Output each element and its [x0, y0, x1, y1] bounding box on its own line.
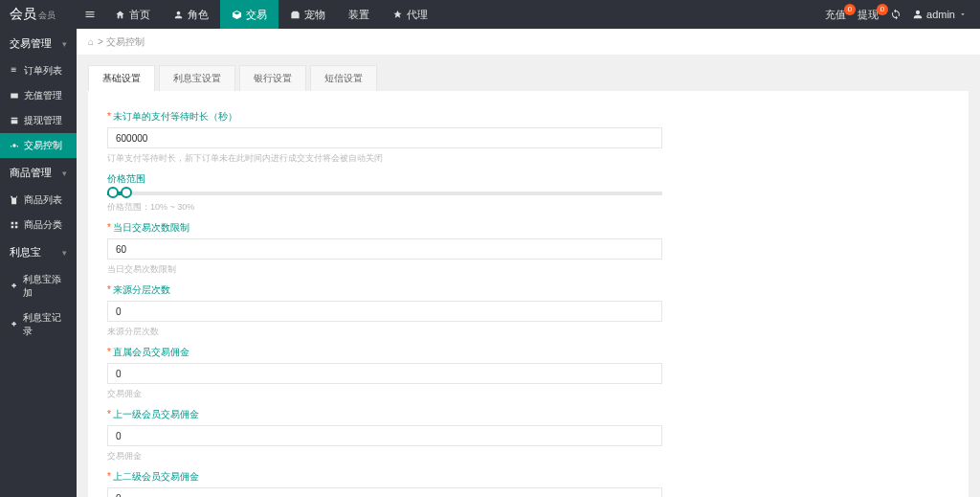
slider-handle-max[interactable]: [121, 187, 132, 198]
sidebar-icon: [10, 220, 19, 230]
input-f6[interactable]: [107, 487, 662, 497]
breadcrumb-page: 交易控制: [106, 35, 145, 49]
sidebar-icon: [10, 66, 19, 76]
slider-price-range: 价格范围 价格范围：10% ~ 30%: [107, 172, 949, 214]
content: ⌂ > 交易控制 基础设置利息宝设置银行设置短信设置 *未订单的支付等待时长（秒…: [77, 29, 980, 497]
tab-1[interactable]: 利息宝设置: [159, 65, 235, 91]
brand-main: 会员: [10, 6, 36, 23]
nav-icon: [290, 10, 301, 20]
brand: 会员 会员: [0, 6, 77, 23]
refresh-icon[interactable]: [890, 9, 902, 20]
form-label: *未订单的支付等待时长（秒）: [107, 110, 949, 124]
form-label: *直属会员交易佣金: [107, 346, 949, 359]
top-link-recharge[interactable]: 充值 0: [825, 8, 846, 22]
form-help: 交易佣金: [107, 450, 949, 463]
sidebar-item-0-0[interactable]: 订单列表: [0, 58, 77, 83]
sidebar-icon: [10, 195, 19, 205]
badge-recharge: 0: [844, 4, 856, 15]
nav-icon: [392, 10, 403, 20]
menu-toggle[interactable]: [77, 0, 103, 29]
tab-0[interactable]: 基础设置: [88, 65, 155, 91]
nav-item-3[interactable]: 宠物: [278, 0, 337, 29]
nav-item-4[interactable]: 装置: [337, 0, 381, 29]
sidebar-icon: [10, 282, 18, 291]
nav-item-1[interactable]: 角色: [162, 0, 220, 29]
sidebar-group-0[interactable]: 交易管理▾: [0, 29, 77, 58]
breadcrumb-home-icon: ⌂: [88, 36, 94, 47]
top-nav: 首页角色交易宠物装置代理: [77, 0, 439, 29]
tabs: 基础设置利息宝设置银行设置短信设置: [77, 56, 980, 91]
form-help: 交易佣金: [107, 388, 949, 400]
sidebar-group-1[interactable]: 商品管理▾: [0, 158, 77, 188]
tab-3[interactable]: 短信设置: [310, 65, 377, 91]
sidebar-icon: [10, 141, 19, 150]
brand-sub: 会员: [38, 10, 56, 22]
form-row-f4: *直属会员交易佣金交易佣金: [107, 346, 949, 400]
form-label: *来源分层次数: [107, 283, 949, 297]
sidebar-item-0-2[interactable]: 提现管理: [0, 108, 77, 133]
chevron-down-icon: ▾: [62, 169, 67, 178]
nav-item-0[interactable]: 首页: [103, 0, 162, 29]
sidebar-item-1-0[interactable]: 商品列表: [0, 188, 77, 213]
input-f4[interactable]: [107, 363, 662, 384]
sidebar-item-0-3[interactable]: 交易控制: [0, 133, 77, 158]
form-help: 来源分层次数: [107, 326, 949, 338]
slider-handle-min[interactable]: [107, 187, 119, 198]
slider-caption: 价格范围：10% ~ 30%: [107, 201, 949, 214]
nav-icon: [115, 10, 125, 20]
sidebar-icon: [10, 91, 19, 101]
input-timeout[interactable]: [107, 127, 662, 148]
input-f2[interactable]: [107, 238, 662, 260]
form-row-f3: *来源分层次数来源分层次数: [107, 283, 949, 338]
sidebar-item-0-1[interactable]: 充值管理: [0, 83, 77, 108]
top-link-withdraw[interactable]: 提现 0: [858, 8, 879, 22]
nav-icon: [173, 10, 184, 20]
sidebar-icon: [10, 320, 18, 329]
nav-icon: [232, 10, 242, 20]
form-row-f5: *上一级会员交易佣金交易佣金: [107, 408, 949, 463]
sidebar-item-2-1[interactable]: 利息宝记录: [0, 305, 77, 344]
sidebar-item-2-0[interactable]: 利息宝添加: [0, 267, 77, 305]
badge-withdraw: 0: [877, 4, 888, 15]
nav-item-5[interactable]: 代理: [381, 0, 439, 29]
form-row-f6: *上二级会员交易佣金交易佣金: [107, 470, 949, 497]
slider-label: 价格范围: [107, 172, 949, 186]
tab-2[interactable]: 银行设置: [239, 65, 306, 91]
top-right: 充值 0 提现 0 admin: [825, 8, 980, 22]
form-label: *当日交易次数限制: [107, 221, 949, 235]
chevron-down-icon: ▾: [62, 39, 67, 49]
sidebar-icon: [10, 116, 19, 125]
form-row-f2: *当日交易次数限制当日交易次数限制: [107, 221, 949, 276]
slider-track[interactable]: [107, 192, 662, 195]
chevron-down-icon: ▾: [62, 248, 67, 258]
breadcrumb: ⌂ > 交易控制: [77, 29, 980, 56]
form-label: *上二级会员交易佣金: [107, 470, 949, 484]
top-bar: 会员 会员 首页角色交易宠物装置代理 充值 0 提现 0 admin: [0, 0, 980, 29]
input-f3[interactable]: [107, 301, 662, 322]
user-menu[interactable]: admin: [913, 9, 967, 20]
form-label: *上一级会员交易佣金: [107, 408, 949, 421]
chevron-down-icon: [959, 11, 967, 18]
form-help: 当日交易次数限制: [107, 263, 949, 276]
input-f5[interactable]: [107, 425, 662, 446]
form-row-timeout: *未订单的支付等待时长（秒） 订单支付等待时长，新下订单未在此时间内进行成交支付…: [107, 110, 949, 165]
form-help: 订单支付等待时长，新下订单未在此时间内进行成交支付将会被自动关闭: [107, 152, 949, 165]
nav-item-2[interactable]: 交易: [220, 0, 278, 29]
sidebar-item-1-1[interactable]: 商品分类: [0, 213, 77, 237]
sidebar: 交易管理▾订单列表充值管理提现管理交易控制商品管理▾商品列表商品分类利息宝▾利息…: [0, 29, 77, 497]
form-card: *未订单的支付等待时长（秒） 订单支付等待时长，新下订单未在此时间内进行成交支付…: [88, 91, 969, 497]
sidebar-group-2[interactable]: 利息宝▾: [0, 237, 77, 267]
